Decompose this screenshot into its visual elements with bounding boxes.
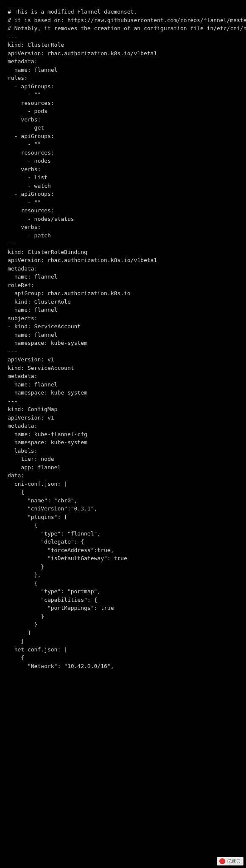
code-line: - apiGroups:	[8, 132, 238, 141]
code-line: verbs:	[8, 116, 238, 124]
code-block: # This is a modified Flannel daemonset.#…	[8, 8, 238, 670]
code-line: apiVersion: rbac.authorization.k8s.io/v1…	[8, 256, 238, 265]
code-line: metadata:	[8, 265, 238, 273]
code-line: - patch	[8, 231, 238, 240]
code-line: kind: ClusterRole	[8, 298, 238, 306]
code-line: {	[8, 579, 238, 588]
code-line: "portMappings": true	[8, 604, 238, 612]
code-line: kind: ServiceAccount	[8, 364, 238, 372]
code-line: namespace: kube-system	[8, 438, 238, 447]
code-line: apiVersion: v1	[8, 414, 238, 422]
code-line: - list	[8, 173, 238, 182]
code-line: labels:	[8, 447, 238, 455]
code-line: "Network": "10.42.0.0/16",	[8, 662, 238, 671]
code-line: apiGroup: rbac.authorization.k8s.io	[8, 289, 238, 298]
code-line: apiVersion: v1	[8, 355, 238, 364]
code-line: name: flannel	[8, 331, 238, 339]
code-line: - nodes	[8, 157, 238, 165]
code-line: "capabilities": {	[8, 596, 238, 604]
code-line: ---	[8, 240, 238, 248]
code-line: subjects:	[8, 314, 238, 323]
code-line: ---	[8, 347, 238, 356]
code-line: metadata:	[8, 57, 238, 66]
watermark: 亿速云	[217, 857, 243, 866]
code-line: kind: ClusterRole	[8, 41, 238, 49]
code-line: {	[8, 654, 238, 662]
code-line: # it is based on: https://raw.githubuser…	[8, 16, 238, 25]
code-line: - get	[8, 124, 238, 132]
code-line: metadata:	[8, 422, 238, 430]
code-line: ]	[8, 629, 238, 637]
code-line: {	[8, 488, 238, 496]
code-line: rules:	[8, 74, 238, 82]
code-line: kind: ConfigMap	[8, 405, 238, 414]
code-line: }	[8, 563, 238, 571]
code-line: "delegate": {	[8, 538, 238, 546]
code-line: verbs:	[8, 165, 238, 174]
code-line: "type": "portmap",	[8, 587, 238, 596]
code-line: "isDefaultGateway": true	[8, 554, 238, 563]
code-line: },	[8, 571, 238, 579]
code-line: }	[8, 637, 238, 645]
code-line: - apiGroups:	[8, 190, 238, 198]
code-line: kind: ClusterRoleBinding	[8, 248, 238, 256]
code-line: data:	[8, 471, 238, 480]
code-line: apiVersion: rbac.authorization.k8s.io/v1…	[8, 49, 238, 58]
code-line: tier: node	[8, 455, 238, 463]
code-line: - ""	[8, 198, 238, 207]
code-line: ---	[8, 33, 238, 41]
code-line: name: flannel	[8, 306, 238, 314]
code-line: "type": "flannel",	[8, 530, 238, 538]
code-line: - nodes/status	[8, 215, 238, 223]
watermark-icon	[219, 858, 225, 864]
code-line: app: flannel	[8, 463, 238, 472]
code-line: - ""	[8, 90, 238, 99]
code-line: resources:	[8, 99, 238, 107]
code-line: - pods	[8, 107, 238, 116]
code-line: - ""	[8, 140, 238, 149]
code-line: "name": "cbr0",	[8, 496, 238, 505]
code-line: name: flannel	[8, 66, 238, 74]
code-line: verbs:	[8, 223, 238, 231]
code-line: roleRef:	[8, 281, 238, 290]
code-line: name: kube-flannel-cfg	[8, 430, 238, 439]
code-line: net-conf.json: |	[8, 645, 238, 654]
code-line: - apiGroups:	[8, 82, 238, 91]
code-line: metadata:	[8, 372, 238, 380]
code-line: resources:	[8, 206, 238, 215]
watermark-text: 亿速云	[227, 858, 241, 865]
code-line: }	[8, 612, 238, 621]
code-line: "plugins": [	[8, 513, 238, 521]
code-line: # This is a modified Flannel daemonset.	[8, 8, 238, 16]
code-line: "cniVersion":"0.3.1",	[8, 504, 238, 513]
code-line: "forceAddress":true,	[8, 546, 238, 555]
code-line: resources:	[8, 149, 238, 157]
code-line: cni-conf.json: |	[8, 480, 238, 488]
code-line: namespace: kube-system	[8, 339, 238, 347]
code-line: name: flannel	[8, 380, 238, 389]
code-line: }	[8, 620, 238, 629]
code-line: - kind: ServiceAccount	[8, 322, 238, 331]
code-line: ---	[8, 397, 238, 406]
code-line: {	[8, 521, 238, 530]
code-line: name: flannel	[8, 273, 238, 281]
code-line: - watch	[8, 182, 238, 190]
code-line: # Notably, it removes the creation of an…	[8, 24, 238, 33]
code-line: namespace: kube-system	[8, 389, 238, 397]
